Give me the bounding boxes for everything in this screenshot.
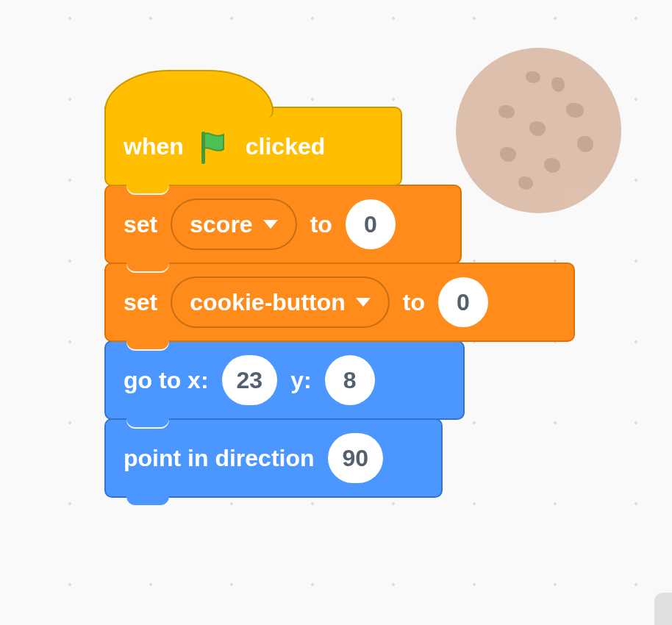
x-input[interactable]: 23 [222,355,278,405]
direction-input[interactable]: 90 [328,433,384,483]
hat-prefix: when [124,133,184,160]
block-label: to [403,289,425,316]
cookie-chip [526,71,540,83]
chevron-down-icon [263,220,278,229]
value-input[interactable]: 0 [346,199,396,249]
value-input[interactable]: 0 [438,277,488,327]
block-label: to [310,211,332,238]
scrollbar[interactable] [654,593,672,625]
hat-suffix: clicked [246,133,326,160]
cookie-chip [551,77,565,92]
green-flag-icon [197,129,232,164]
variable-dropdown[interactable]: score [171,199,296,250]
dropdown-value: cookie-button [190,289,346,316]
set-variable-block[interactable]: set cookie-button to 0 [104,262,575,342]
block-label: go to x: [124,367,209,394]
set-variable-block[interactable]: set score to 0 [104,185,462,264]
block-label: set [124,289,157,316]
chevron-down-icon [356,298,371,307]
when-flag-clicked-block[interactable]: when clicked [104,107,402,186]
point-direction-block[interactable]: point in direction 90 [104,418,443,498]
dropdown-value: score [190,211,252,238]
goto-xy-block[interactable]: go to x: 23 y: 8 [104,340,465,420]
block-label: set [124,211,157,238]
cookie-chip [577,136,593,152]
svg-rect-0 [201,132,205,164]
y-input[interactable]: 8 [325,355,375,405]
hat-cap [104,70,274,118]
scripts-area[interactable]: when clicked set score to 0 set cookie-b… [104,107,575,498]
block-label: point in direction [124,445,315,472]
variable-dropdown[interactable]: cookie-button [171,276,390,328]
block-label: y: [290,367,311,394]
